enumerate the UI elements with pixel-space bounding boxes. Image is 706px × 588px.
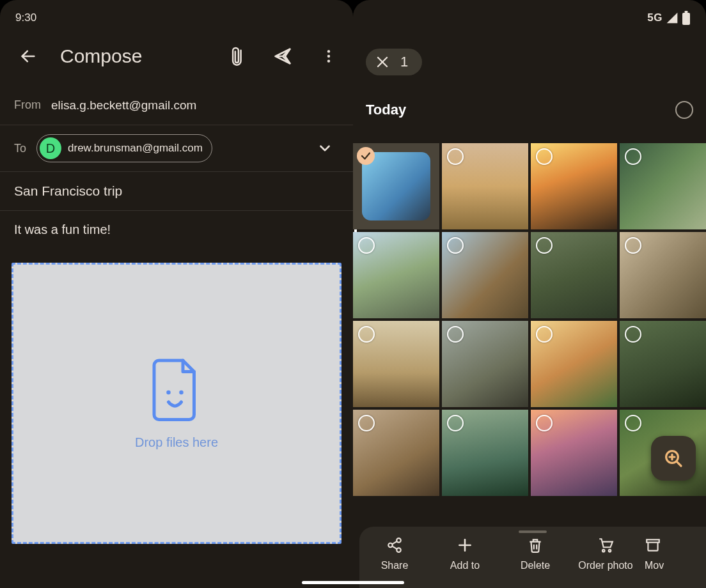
svg-point-2 bbox=[327, 50, 330, 52]
recipient-email: drew.brunsman@gmail.com bbox=[68, 142, 203, 155]
archive-icon bbox=[645, 537, 661, 553]
select-circle-icon[interactable] bbox=[536, 326, 553, 343]
compose-title: Compose bbox=[60, 45, 205, 67]
selected-check-icon bbox=[357, 147, 375, 165]
zoom-fab[interactable] bbox=[651, 436, 696, 481]
photo-thumb-selected[interactable] bbox=[353, 143, 439, 229]
add-to-label: Add to bbox=[450, 560, 480, 571]
photo-thumb[interactable] bbox=[442, 232, 528, 318]
svg-line-19 bbox=[392, 546, 396, 549]
photo-action-bar: Share Add to Delete Order photo Mov bbox=[359, 527, 706, 588]
svg-point-24 bbox=[602, 550, 604, 552]
photo-thumb[interactable] bbox=[620, 143, 706, 229]
selection-pill[interactable]: 1 bbox=[366, 49, 422, 75]
svg-line-12 bbox=[677, 461, 681, 466]
share-icon bbox=[386, 537, 403, 553]
selection-bar: 1 bbox=[353, 36, 706, 78]
select-circle-icon[interactable] bbox=[358, 415, 375, 431]
gmail-compose-pane: 9:30 Compose From elisa.g.beckett@gmail.… bbox=[0, 0, 353, 588]
share-action[interactable]: Share bbox=[359, 537, 430, 571]
select-circle-icon[interactable] bbox=[447, 415, 464, 431]
order-photo-label: Order photo bbox=[578, 560, 632, 571]
photo-thumb[interactable] bbox=[531, 143, 617, 229]
delete-label: Delete bbox=[521, 560, 550, 571]
svg-line-18 bbox=[392, 541, 396, 544]
svg-point-4 bbox=[327, 59, 330, 62]
select-circle-icon[interactable] bbox=[358, 326, 375, 343]
select-circle-icon[interactable] bbox=[625, 148, 641, 165]
share-label: Share bbox=[381, 560, 409, 571]
signal-icon bbox=[665, 12, 679, 24]
svg-point-25 bbox=[609, 550, 611, 552]
zoom-in-icon bbox=[663, 448, 684, 468]
select-circle-icon[interactable] bbox=[358, 237, 375, 254]
status-time: 9:30 bbox=[15, 12, 36, 24]
drag-handle[interactable] bbox=[519, 530, 547, 533]
order-photo-action[interactable]: Order photo bbox=[570, 537, 641, 571]
send-button[interactable] bbox=[269, 42, 297, 70]
drop-text: Drop files here bbox=[135, 435, 218, 450]
section-header: Today bbox=[353, 78, 706, 128]
plus-icon bbox=[457, 537, 473, 553]
more-vert-icon bbox=[320, 48, 337, 65]
send-icon bbox=[273, 47, 292, 66]
body-text: It was a fun time! bbox=[14, 222, 111, 236]
photo-thumb[interactable] bbox=[353, 232, 439, 318]
more-button[interactable] bbox=[315, 42, 343, 70]
file-smile-icon bbox=[148, 357, 205, 421]
select-circle-icon[interactable] bbox=[447, 237, 464, 254]
move-label: Mov bbox=[645, 560, 664, 571]
trash-icon bbox=[527, 537, 544, 553]
from-field[interactable]: From elisa.g.beckett@gmail.com bbox=[0, 86, 353, 125]
svg-rect-26 bbox=[647, 539, 659, 542]
svg-point-16 bbox=[388, 543, 393, 548]
select-circle-icon[interactable] bbox=[625, 237, 641, 254]
photo-thumb[interactable] bbox=[353, 321, 439, 407]
svg-rect-7 bbox=[682, 13, 690, 25]
photo-thumb[interactable] bbox=[442, 143, 528, 229]
select-circle-icon[interactable] bbox=[447, 326, 464, 343]
move-archive-action[interactable]: Mov bbox=[641, 537, 706, 571]
expand-recipients-button[interactable] bbox=[311, 134, 339, 162]
status-bar-left: 9:30 bbox=[0, 0, 353, 36]
svg-point-3 bbox=[327, 55, 330, 58]
select-circle-icon[interactable] bbox=[625, 326, 641, 343]
network-label: 5G bbox=[647, 12, 663, 24]
photo-thumb[interactable] bbox=[620, 232, 706, 318]
photo-thumb[interactable] bbox=[353, 410, 439, 496]
to-label: To bbox=[14, 142, 26, 155]
subject-field[interactable]: San Francisco trip bbox=[0, 172, 353, 211]
photo-thumb[interactable] bbox=[620, 321, 706, 407]
photo-thumb[interactable] bbox=[442, 410, 528, 496]
photo-thumb[interactable] bbox=[531, 321, 617, 407]
back-button[interactable] bbox=[14, 42, 42, 70]
add-to-action[interactable]: Add to bbox=[430, 537, 500, 571]
photo-thumb[interactable] bbox=[531, 232, 617, 318]
select-circle-icon[interactable] bbox=[536, 237, 553, 254]
status-bar-right: 5G bbox=[353, 0, 706, 36]
delete-action[interactable]: Delete bbox=[500, 537, 570, 571]
svg-point-17 bbox=[396, 548, 401, 552]
photo-thumb[interactable] bbox=[531, 410, 617, 496]
nav-handle[interactable] bbox=[302, 581, 404, 584]
svg-point-15 bbox=[396, 538, 401, 543]
svg-point-6 bbox=[179, 390, 184, 394]
battery-icon bbox=[682, 11, 691, 25]
to-field[interactable]: To D drew.brunsman@gmail.com bbox=[0, 125, 353, 172]
cart-icon bbox=[597, 537, 614, 553]
svg-point-5 bbox=[166, 390, 171, 394]
email-body[interactable]: It was a fun time! bbox=[0, 211, 353, 244]
select-circle-icon[interactable] bbox=[625, 415, 641, 431]
photo-thumb[interactable] bbox=[442, 321, 528, 407]
select-all-day-button[interactable] bbox=[675, 101, 693, 119]
subject-text: San Francisco trip bbox=[14, 183, 122, 198]
select-circle-icon[interactable] bbox=[536, 415, 553, 431]
select-circle-icon[interactable] bbox=[447, 148, 464, 165]
from-label: From bbox=[14, 98, 41, 112]
selection-count: 1 bbox=[400, 54, 408, 70]
recipient-chip[interactable]: D drew.brunsman@gmail.com bbox=[36, 134, 212, 162]
file-drop-zone[interactable]: Drop files here bbox=[12, 263, 341, 544]
attach-button[interactable] bbox=[223, 42, 251, 70]
close-icon[interactable] bbox=[375, 54, 390, 70]
select-circle-icon[interactable] bbox=[536, 148, 553, 165]
